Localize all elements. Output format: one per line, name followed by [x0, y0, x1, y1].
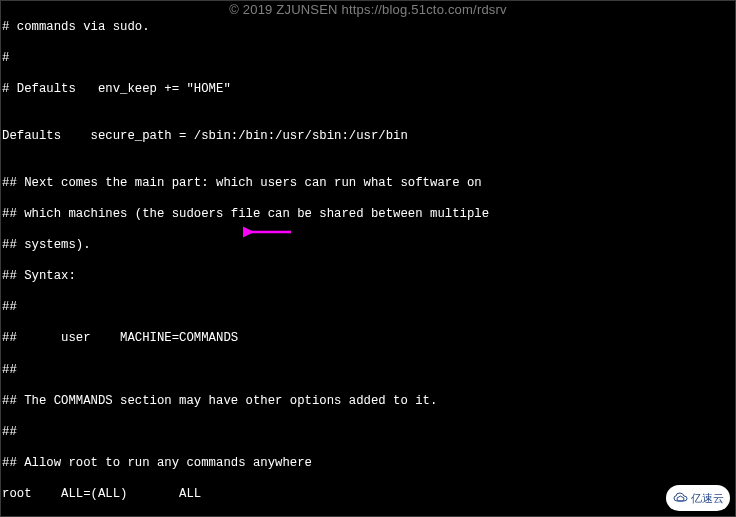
sudoers-line: ## [2, 425, 734, 441]
sudoers-line: ## systems). [2, 238, 734, 254]
sudoers-line: ## The COMMANDS section may have other o… [2, 394, 734, 410]
sudoers-line: # [2, 51, 734, 67]
sudoers-line: ## [2, 300, 734, 316]
sudoers-line: ## Allow root to run any commands anywhe… [2, 456, 734, 472]
cloud-icon [673, 492, 689, 504]
brand-logo: 亿速云 [666, 485, 730, 511]
sudoers-line: ## [2, 363, 734, 379]
sudoers-line: root ALL=(ALL) ALL [2, 487, 734, 503]
terminal-editor-view[interactable]: # commands via sudo. # # Defaults env_ke… [0, 0, 736, 517]
sudoers-line: ## Syntax: [2, 269, 734, 285]
brand-text: 亿速云 [691, 491, 724, 506]
sudoers-line: Defaults secure_path = /sbin:/bin:/usr/s… [2, 129, 734, 145]
sudoers-line: ## which machines (the sudoers file can … [2, 207, 734, 223]
sudoers-line: # commands via sudo. [2, 20, 734, 36]
sudoers-line: ## user MACHINE=COMMANDS [2, 331, 734, 347]
sudoers-line: # Defaults env_keep += "HOME" [2, 82, 734, 98]
sudoers-line: ## Next comes the main part: which users… [2, 176, 734, 192]
